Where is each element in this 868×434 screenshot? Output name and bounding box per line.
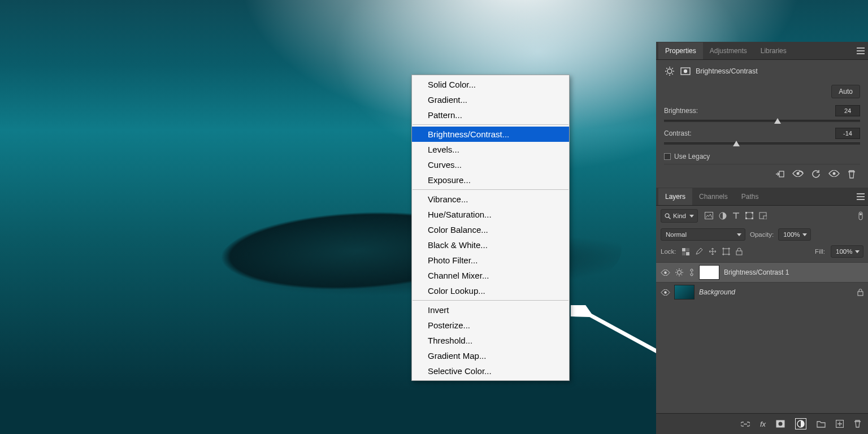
contrast-value[interactable]: -14 [835,128,860,139]
svg-rect-32 [723,249,729,254]
menu-item[interactable]: Brightness/Contrast... [412,127,569,142]
menu-item[interactable]: Gradient... [412,92,569,107]
delete-icon[interactable] [848,170,856,179]
new-layer-icon[interactable] [836,420,844,428]
svg-rect-45 [858,292,863,296]
lock-icon[interactable] [857,289,863,296]
menu-item[interactable]: Curves... [412,157,569,172]
menu-item[interactable]: Photo Filter... [412,253,569,268]
menu-item[interactable]: Color Lookup... [412,283,569,298]
menu-separator [413,189,568,190]
lock-position-icon[interactable] [709,248,717,255]
view-previous-icon[interactable] [792,170,804,179]
svg-line-6 [666,68,667,68]
menu-separator [413,300,568,301]
contrast-slider[interactable] [664,142,860,145]
svg-rect-22 [745,218,747,219]
contrast-label: Contrast: [664,129,692,137]
layer-name[interactable]: Background [699,288,735,296]
visibility-toggle-icon[interactable] [661,289,670,296]
type-filter-icon[interactable] [732,212,740,220]
link-layers-icon[interactable] [741,421,750,427]
menu-item[interactable]: Gradient Map... [412,348,569,363]
menu-item[interactable]: Posterize... [412,318,569,333]
tab-paths[interactable]: Paths [735,188,766,205]
lock-brush-icon[interactable] [695,248,703,255]
layer-name[interactable]: Brightness/Contrast 1 [724,268,789,276]
svg-line-7 [672,73,672,74]
svg-line-41 [682,275,682,275]
clip-to-layer-icon[interactable] [775,170,784,179]
menu-item[interactable]: Black & White... [412,237,569,253]
visibility-toggle-icon[interactable] [661,270,670,276]
adjustment-layer-icon [674,267,684,277]
tab-adjustments[interactable]: Adjustments [703,42,754,59]
brightness-slider[interactable] [664,120,860,122]
menu-item[interactable]: Vibrance... [412,192,569,207]
layers-tabbar: Layers Channels Paths [656,188,868,206]
auto-button[interactable]: Auto [831,85,860,98]
fill-dropdown[interactable]: 100% [831,245,863,258]
layers-filter-bar: Kind [656,206,868,226]
fx-icon[interactable]: fx [760,420,766,428]
brightness-label: Brightness: [664,107,698,115]
svg-point-44 [664,291,666,293]
contrast-control: Contrast: -14 [664,128,860,145]
menu-item[interactable]: Hue/Saturation... [412,207,569,222]
lock-pixels-icon[interactable] [682,248,689,255]
tab-layers[interactable]: Layers [658,188,692,205]
brightness-value[interactable]: 24 [835,105,860,116]
layers-panel-menu-icon[interactable] [857,193,868,200]
svg-rect-30 [682,252,685,255]
adjustment-filter-icon[interactable] [719,212,727,220]
menu-item[interactable]: Levels... [412,142,569,157]
blend-mode-dropdown[interactable]: Normal [661,228,745,241]
use-legacy-label: Use Legacy [674,153,710,160]
image-filter-icon[interactable] [705,212,713,220]
menu-item[interactable]: Invert [412,302,569,318]
smartobject-filter-icon[interactable] [759,212,767,220]
opacity-label: Opacity: [750,231,774,238]
menu-item[interactable]: Exposure... [412,172,569,188]
shape-filter-icon[interactable] [745,212,753,220]
fill-label: Fill: [815,248,825,255]
layer-mask-thumbnail[interactable] [699,265,719,280]
new-group-icon[interactable] [817,420,826,428]
opacity-dropdown[interactable]: 100% [778,228,811,241]
svg-rect-21 [752,212,753,214]
lock-artboard-icon[interactable] [722,248,730,255]
layer-row[interactable]: Background [656,282,868,302]
layer-row[interactable]: Brightness/Contrast 1 [656,262,868,282]
menu-item[interactable]: Channel Mixer... [412,268,569,283]
menu-separator [413,124,568,125]
svg-rect-20 [745,212,747,214]
svg-line-40 [676,270,677,270]
new-adjustment-layer-icon[interactable] [795,418,806,429]
tab-properties[interactable]: Properties [658,42,703,59]
menu-item[interactable]: Color Balance... [412,222,569,237]
toggle-visibility-icon[interactable] [828,170,840,179]
use-legacy-row[interactable]: Use Legacy [664,153,860,160]
tab-channels[interactable]: Channels [692,188,735,205]
tab-libraries[interactable]: Libraries [754,42,793,59]
menu-item[interactable]: Pattern... [412,107,569,123]
layer-thumbnail[interactable] [674,285,695,300]
menu-item[interactable]: Solid Color... [412,77,569,92]
svg-rect-12 [779,171,784,177]
svg-rect-25 [763,216,767,219]
layer-kind-dropdown[interactable]: Kind [661,209,698,223]
menu-item[interactable]: Selective Color... [412,363,569,379]
menu-item[interactable]: Threshold... [412,333,569,348]
adjustment-layer-context-menu: Solid Color...Gradient...Pattern...Brigh… [411,75,570,381]
lock-all-icon[interactable] [736,248,743,255]
delete-layer-icon[interactable] [854,420,861,428]
use-legacy-checkbox[interactable] [664,153,671,160]
mask-link-icon[interactable] [689,268,695,276]
panel-menu-icon[interactable] [857,47,868,54]
properties-title: Brightness/Contrast [696,67,758,75]
filter-toggle-icon[interactable] [858,211,863,220]
layer-mask-icon [680,66,691,77]
reset-icon[interactable] [811,170,821,179]
svg-point-27 [860,213,862,215]
mask-icon[interactable] [776,420,785,428]
